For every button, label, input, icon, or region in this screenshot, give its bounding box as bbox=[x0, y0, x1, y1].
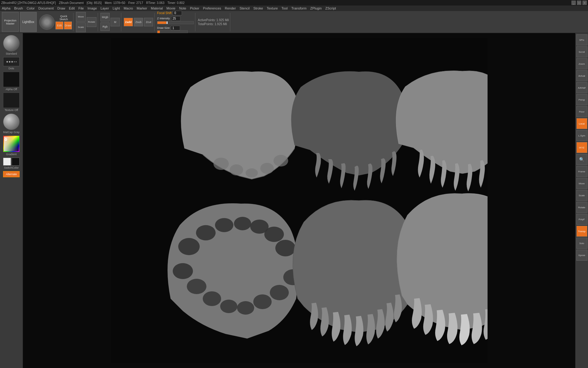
active-points-label: ActivePoints: bbox=[198, 18, 216, 22]
dots-preview[interactable] bbox=[3, 57, 20, 66]
canvas-area[interactable] bbox=[23, 33, 575, 368]
color-picker-item: Gradient bbox=[2, 136, 21, 156]
menu-layer[interactable]: Layer bbox=[100, 6, 109, 10]
lightbox-button[interactable]: LightBox bbox=[20, 12, 37, 32]
aahalf-button[interactable]: AAHalf bbox=[576, 82, 587, 93]
menu-color[interactable]: Color bbox=[27, 6, 35, 10]
close-button[interactable]: × bbox=[582, 1, 587, 5]
lsym-button[interactable]: L.Sym bbox=[576, 130, 587, 141]
zoom-button[interactable]: Zoom bbox=[576, 58, 587, 69]
menu-draw[interactable]: Draw bbox=[57, 6, 65, 10]
zadd-button[interactable]: Zadd bbox=[124, 18, 133, 26]
alternate-button[interactable]: Alternate bbox=[3, 171, 20, 177]
draw-size-value[interactable]: 1 bbox=[171, 26, 180, 30]
polyf-button[interactable]: PolyF bbox=[576, 214, 587, 225]
persp-button[interactable]: Persp bbox=[576, 94, 587, 105]
transp-button[interactable]: Transp bbox=[576, 226, 587, 237]
scale-button-r[interactable]: Scale bbox=[576, 190, 587, 201]
material-item: MatCap Gray bbox=[2, 113, 21, 134]
floor-button[interactable]: Floor bbox=[576, 106, 587, 117]
focal-shift-value[interactable]: 0 bbox=[173, 11, 182, 15]
minimize-button[interactable]: _ bbox=[571, 1, 576, 5]
texture-preview[interactable] bbox=[3, 93, 20, 108]
alternate-label: Alternate bbox=[6, 173, 17, 176]
menu-macro[interactable]: Macro bbox=[124, 6, 133, 10]
menu-zplugin[interactable]: ZPlugin bbox=[310, 6, 322, 10]
actual-button[interactable]: Actual bbox=[576, 70, 587, 81]
rotate-button-r[interactable]: Rotate bbox=[576, 202, 587, 213]
svg-point-11 bbox=[264, 227, 284, 242]
svg-point-18 bbox=[253, 294, 272, 309]
menu-light[interactable]: Light bbox=[113, 6, 120, 10]
zsub-button[interactable]: Zsub bbox=[134, 18, 143, 26]
menu-render[interactable]: Render bbox=[225, 6, 236, 10]
menu-picker[interactable]: Picker bbox=[190, 6, 199, 10]
rgb-button[interactable]: Rgb bbox=[100, 22, 110, 31]
maximize-button[interactable]: □ bbox=[577, 1, 581, 5]
menu-note[interactable]: Note bbox=[179, 6, 186, 10]
left-panel: Standard Dots Alpha Off Texture Off Ma bbox=[0, 33, 23, 368]
mrgb-button[interactable]: Mrgb bbox=[100, 13, 110, 21]
svg-point-12 bbox=[275, 240, 296, 256]
menu-preferences[interactable]: Preferences bbox=[203, 6, 221, 10]
menu-zscript[interactable]: ZScript bbox=[325, 6, 336, 10]
local-button[interactable]: Local bbox=[576, 118, 587, 129]
move-button-r[interactable]: Move bbox=[576, 178, 587, 189]
svg-point-14 bbox=[187, 279, 206, 294]
lxyz-button[interactable]: lXYZ bbox=[576, 142, 587, 153]
menu-file[interactable]: File bbox=[78, 6, 84, 10]
frame-button[interactable]: Frame bbox=[576, 166, 587, 177]
projection-master-button[interactable]: Projection Master bbox=[2, 12, 19, 32]
alpha-preview[interactable] bbox=[3, 72, 20, 87]
brush-ball[interactable] bbox=[3, 35, 20, 52]
menu-marker[interactable]: Marker bbox=[137, 6, 147, 10]
menu-tool[interactable]: Tool bbox=[281, 6, 288, 10]
total-points-label: TotalPoints: bbox=[198, 22, 214, 26]
menu-material[interactable]: Material bbox=[151, 6, 163, 10]
menu-edit[interactable]: Edit bbox=[69, 6, 75, 10]
svg-point-16 bbox=[220, 300, 237, 313]
draw-size-slider[interactable] bbox=[157, 30, 188, 33]
svg-point-1 bbox=[213, 158, 229, 170]
menu-document[interactable]: Document bbox=[38, 6, 54, 10]
menu-texture[interactable]: Texture bbox=[267, 6, 278, 10]
white-swatch[interactable] bbox=[3, 158, 11, 166]
menu-alpha[interactable]: Alpha bbox=[2, 6, 10, 10]
rtime-info: RTime: 3.063 bbox=[146, 1, 164, 5]
menu-stroke[interactable]: Stroke bbox=[253, 6, 263, 10]
search-icon-btn[interactable]: 🔍 bbox=[576, 154, 587, 165]
z-intensity-value[interactable]: 25 bbox=[171, 16, 180, 21]
zbrush-canvas bbox=[111, 38, 488, 363]
move-button[interactable]: Move bbox=[76, 12, 86, 22]
svg-point-4 bbox=[260, 163, 274, 174]
material-ball[interactable] bbox=[3, 113, 20, 130]
color-picker[interactable] bbox=[3, 136, 20, 152]
draw-button[interactable]: Draw bbox=[64, 21, 72, 29]
menu-brush[interactable]: Brush bbox=[14, 6, 23, 10]
scroll-button[interactable]: Scroll bbox=[576, 46, 587, 57]
gradient-label: Gradient bbox=[6, 153, 17, 156]
zcut-button[interactable]: Zcut bbox=[144, 18, 153, 26]
z-intensity-label: Z Intensity bbox=[157, 17, 170, 20]
xpose-button[interactable]: Xpose bbox=[576, 250, 587, 261]
focal-shift-label: Focal Shift bbox=[157, 11, 172, 15]
total-points-value: 1.925 Mil bbox=[214, 22, 227, 26]
brush-preview[interactable] bbox=[39, 14, 55, 30]
spix-button[interactable]: SPix bbox=[576, 34, 587, 45]
solo-button[interactable]: Solo bbox=[576, 238, 587, 249]
edit-button[interactable]: Edit bbox=[55, 21, 63, 29]
menu-image[interactable]: Image bbox=[88, 6, 97, 10]
rotate-button[interactable]: Rotate bbox=[87, 17, 96, 27]
texture-off-label: Texture Off bbox=[5, 109, 18, 112]
standard-label: Standard bbox=[6, 52, 17, 55]
m-button[interactable]: M bbox=[111, 18, 120, 26]
quick-sketch-label: Quick Sketch bbox=[59, 15, 68, 21]
black-swatch[interactable] bbox=[12, 158, 20, 166]
menu-transform[interactable]: Transform bbox=[291, 6, 307, 10]
menu-stencil[interactable]: Stencil bbox=[239, 6, 250, 10]
scale-button[interactable]: Scale bbox=[76, 22, 86, 32]
brush-item: Standard bbox=[2, 35, 21, 55]
z-intensity-slider[interactable] bbox=[157, 21, 194, 24]
free-info: Free: 2717 bbox=[128, 1, 143, 5]
menu-movie[interactable]: Movie bbox=[167, 6, 175, 10]
